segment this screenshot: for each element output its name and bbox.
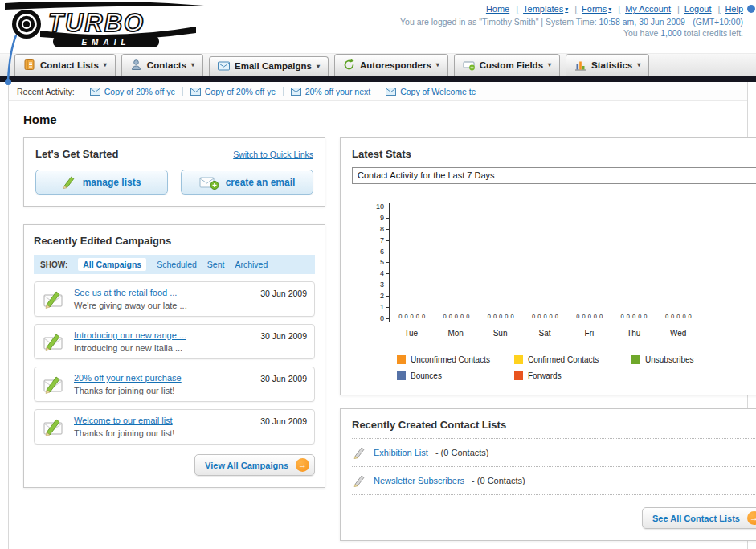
legend-item: Unconfirmed Contacts <box>397 355 514 364</box>
recent-contact-lists-title: Recently Created Contact Lists <box>352 419 756 431</box>
link-help[interactable]: Help <box>725 4 743 14</box>
campaign-date: 30 Jun 2009 <box>260 331 307 341</box>
chevron-down-icon: ▾ <box>637 61 640 68</box>
pencil-icon <box>63 175 76 189</box>
envelope-icon <box>190 88 201 96</box>
legend-swatch <box>397 355 406 364</box>
chart-value-group: 00000 <box>434 313 478 320</box>
chevron-down-icon: ▾ <box>548 61 551 68</box>
filter-archived[interactable]: Archived <box>235 260 268 269</box>
x-axis-label: Wed <box>656 322 701 338</box>
y-axis-label: 3 <box>380 281 389 289</box>
campaign-edit-icon <box>42 288 66 310</box>
envelope-icon <box>90 88 100 96</box>
link-home[interactable]: Home <box>486 4 523 14</box>
campaign-date: 30 Jun 2009 <box>260 289 307 298</box>
legend-item: Bounces <box>397 371 514 380</box>
credits-count: 1,000 <box>660 28 681 38</box>
legend-label: Unconfirmed Contacts <box>411 355 490 364</box>
contact-list-link[interactable]: Newsletter Subscribers <box>374 476 464 485</box>
recent-activity-item[interactable]: Copy of 20% off yc <box>83 87 183 96</box>
envelope-icon <box>386 88 396 96</box>
campaign-link[interactable]: Welcome to our email list <box>74 416 174 425</box>
create-email-button[interactable]: create an email <box>181 170 313 195</box>
contact-list-row[interactable]: Exhibition List - (0 Contacts) <box>352 439 756 467</box>
x-axis-label: Fri <box>567 322 611 338</box>
campaign-row[interactable]: 20% off your next purchase Thanks for jo… <box>34 367 315 402</box>
chart-zero-groups: 00000000000000000000000000000000000 <box>390 313 701 320</box>
chevron-down-icon: ▾ <box>104 61 107 68</box>
chart-value-group: 00000 <box>567 313 611 320</box>
campaigns-filter-bar: SHOW: All Campaigns Scheduled Sent Archi… <box>34 255 315 274</box>
y-axis-label: 5 <box>380 259 389 266</box>
filter-scheduled[interactable]: Scheduled <box>157 260 197 269</box>
x-axis-label: Tue <box>389 322 433 338</box>
contact-list-link[interactable]: Exhibition List <box>374 448 428 457</box>
y-axis-label: 0 <box>380 315 389 322</box>
chevron-down-icon: ▾ <box>317 63 320 70</box>
y-axis-label: 1 <box>380 304 389 311</box>
email-campaigns-icon <box>218 61 230 71</box>
tab-contact-lists[interactable]: Contact Lists▾ <box>14 54 116 76</box>
filter-all-campaigns[interactable]: All Campaigns <box>78 258 146 271</box>
chevron-down-icon: ▾ <box>436 61 439 68</box>
campaign-subject: We're giving away our late ... <box>74 301 187 310</box>
contact-lists-icon <box>23 59 35 71</box>
campaign-link[interactable]: Introducing our new range ... <box>74 330 186 340</box>
y-axis-label: 2 <box>380 293 389 300</box>
y-axis-label: 8 <box>380 226 389 233</box>
recent-activity-item[interactable]: 20% off your next <box>284 87 379 96</box>
show-label: SHOW: <box>40 260 67 269</box>
stats-legend: Unconfirmed ContactsConfirmed ContactsUn… <box>397 355 756 380</box>
chart-value-group: 00000 <box>479 313 523 320</box>
campaign-row[interactable]: Welcome to our email list Thanks for joi… <box>34 409 315 445</box>
tab-contacts[interactable]: Contacts▾ <box>121 54 203 76</box>
recent-activity-label: Recent Activity: <box>17 87 75 96</box>
campaign-link[interactable]: See us at the retail food ... <box>74 288 187 297</box>
campaign-row[interactable]: Introducing our new range ... Introducin… <box>34 324 315 359</box>
recent-activity-item[interactable]: Copy of Welcome tc <box>378 87 483 96</box>
view-all-campaigns-button[interactable]: View All Campaigns → <box>194 454 315 476</box>
contact-list-row[interactable]: Newsletter Subscribers - (0 Contacts) <box>352 467 756 495</box>
custom-fields-icon <box>463 59 475 71</box>
link-forms[interactable]: Forms▾ <box>582 4 625 14</box>
get-started-title: Let's Get Started <box>35 148 119 160</box>
legend-item: Confirmed Contacts <box>514 355 631 364</box>
campaign-date: 30 Jun 2009 <box>260 416 307 426</box>
pencil-icon <box>353 446 366 459</box>
stats-period-select[interactable]: Contact Activity for the Last 7 Days ▾ <box>352 167 756 184</box>
header-links: Home Templates▾ Forms▾ My Account Logout… <box>400 4 743 14</box>
tab-custom-fields[interactable]: Custom Fields▾ <box>454 54 560 76</box>
link-my-account[interactable]: My Account <box>625 4 684 14</box>
page-body: Home Let's Get Started Switch to Quick L… <box>9 101 747 549</box>
chart-value-group: 00000 <box>611 313 656 320</box>
switch-quick-links-link[interactable]: Switch to Quick Links <box>233 150 313 159</box>
recent-campaigns-title: Recently Edited Campaigns <box>34 235 315 247</box>
recent-contact-lists-panel: Recently Created Contact Lists Exhibitio… <box>340 408 756 541</box>
contact-list-count: - (0 Contacts) <box>435 448 489 457</box>
manage-lists-button[interactable]: manage lists <box>35 170 168 195</box>
tab-statistics[interactable]: Statistics▾ <box>566 54 649 76</box>
legend-item: Unsubscribes <box>631 355 749 364</box>
filter-sent[interactable]: Sent <box>207 260 225 269</box>
see-all-contact-lists-button[interactable]: See All Contact Lists → <box>642 507 756 529</box>
envelope-icon <box>291 88 301 96</box>
header-meta: Home Templates▾ Forms▾ My Account Logout… <box>400 4 743 38</box>
nav-divider-bar <box>0 76 756 82</box>
link-logout[interactable]: Logout <box>684 4 725 14</box>
legend-swatch <box>397 371 406 380</box>
tab-autoresponders[interactable]: Autoresponders▾ <box>334 54 448 76</box>
latest-stats-title: Latest Stats <box>352 148 756 160</box>
campaign-edit-icon <box>42 416 66 438</box>
right-arrow-icon: → <box>296 458 309 472</box>
chart-x-axis: TueMonSunSatFriThuWed <box>389 322 701 338</box>
x-axis-label: Mon <box>433 322 477 338</box>
tab-email-campaigns[interactable]: Email Campaigns▾ <box>209 56 329 76</box>
link-templates[interactable]: Templates▾ <box>523 4 582 14</box>
campaign-row[interactable]: See us at the retail food ... We're givi… <box>34 281 315 317</box>
campaign-link[interactable]: 20% off your next purchase <box>74 373 182 383</box>
logo-text-email: EMAIL <box>81 38 130 47</box>
campaign-date: 30 Jun 2009 <box>260 374 307 383</box>
recent-activity-item[interactable]: Copy of 20% off yc <box>183 87 284 96</box>
main-navigation: Contact Lists▾ Contacts▾ Email Campaigns… <box>0 53 756 76</box>
